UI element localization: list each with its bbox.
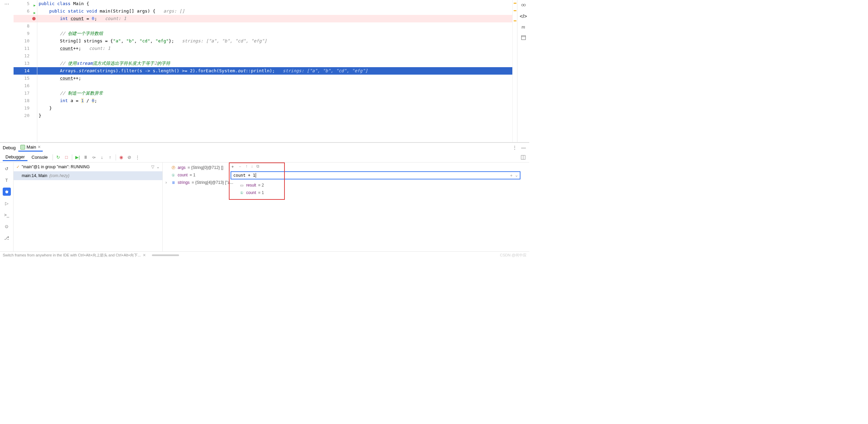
line-number: 15 xyxy=(24,76,29,81)
move-down-icon[interactable]: ↓ xyxy=(251,164,253,170)
minimize-icon[interactable]: — xyxy=(520,144,527,151)
line-number: 19 xyxy=(24,105,29,111)
array-icon: ≣ xyxy=(171,180,176,185)
line-number: 8 xyxy=(27,23,29,28)
remove-watch-icon[interactable]: － xyxy=(238,164,242,170)
watch-result-row[interactable]: ▭ result = 2 xyxy=(239,181,264,189)
thread-row[interactable]: ✓ "main"@1 in group "main": RUNNING ▽ ⌄ xyxy=(14,162,162,171)
frame-location: main:14, Main xyxy=(22,173,47,178)
more-icon[interactable]: ⋮ xyxy=(134,154,141,161)
watermark: CSDN @何中应 xyxy=(500,253,527,258)
code-editor[interactable]: public class Main { public static void m… xyxy=(37,0,512,142)
editor-left-toolbar: ⋯ xyxy=(0,0,14,142)
primitive-icon: ① xyxy=(239,190,244,195)
svg-rect-2 xyxy=(521,36,526,40)
move-up-icon[interactable]: ↑ xyxy=(245,164,248,170)
line-number: 12 xyxy=(24,53,29,58)
svg-point-6 xyxy=(5,191,8,193)
filter-icon[interactable]: ▽ xyxy=(151,165,154,169)
debug-title: Debug xyxy=(3,145,16,150)
stack-frame-row[interactable]: main:14, Main (com.hezy) xyxy=(14,171,162,180)
editor-area: ⋯ 5▶ 6▶ 8 9 10 11 12 13 14 15 16 17 18 1… xyxy=(0,0,529,142)
run-icon[interactable]: ▷ xyxy=(3,199,11,207)
m-icon[interactable]: m xyxy=(520,24,527,30)
status-bar: Switch frames from anywhere in the IDE w… xyxy=(0,251,529,259)
terminal-icon[interactable]: >_ xyxy=(3,211,11,219)
variable-row[interactable]: ›≣ strings = {String[4]@713} ["a... xyxy=(165,179,527,186)
debug-toolbar: Debugger Console ↻ □ ▶| ⏸ ⤼ ↓ ↑ ◉ ⊘ ⋮ xyxy=(0,152,529,162)
text-icon[interactable]: T xyxy=(3,176,11,184)
variables-panel: ⓟ args = {String[0]@712} [] ① count = 1 … xyxy=(163,162,529,251)
line-number: 13 xyxy=(24,61,29,66)
copy-icon[interactable]: ⧉ xyxy=(256,164,259,170)
svg-line-8 xyxy=(5,191,6,191)
stop-icon[interactable]: □ xyxy=(63,154,70,161)
layout-icon[interactable] xyxy=(520,35,527,41)
debug-icon[interactable] xyxy=(3,188,11,196)
step-into-icon[interactable]: ↓ xyxy=(99,154,105,161)
svg-point-1 xyxy=(524,4,526,6)
line-gutter[interactable]: 5▶ 6▶ 8 9 10 11 12 13 14 15 16 17 18 19 … xyxy=(14,0,37,142)
variable-row[interactable]: ⓟ args = {String[0]@712} [] xyxy=(165,164,527,171)
watch-results: ▭ result = 2 ① count = 1 xyxy=(239,181,264,196)
add-to-watches-icon[interactable]: ＋ xyxy=(509,173,513,178)
run-config-icon xyxy=(20,145,25,150)
thread-label: "main"@1 in group "main": RUNNING xyxy=(22,165,90,169)
console-tab[interactable]: Console xyxy=(29,154,51,160)
layout-settings-icon[interactable] xyxy=(520,154,527,161)
history-chevron-icon[interactable]: ⌄ xyxy=(515,173,518,178)
view-breakpoints-icon[interactable]: ◉ xyxy=(118,154,125,161)
add-watch-icon[interactable]: ＋ xyxy=(231,164,235,170)
watch-expression-input[interactable]: count + 1 ＋ ⌄ xyxy=(231,171,520,179)
pause-icon[interactable]: ⏸ xyxy=(82,154,89,161)
svg-line-9 xyxy=(8,191,8,191)
more-vert-icon[interactable]: ⋮ xyxy=(512,144,518,151)
line-number: 5 xyxy=(27,1,29,6)
step-over-icon[interactable]: ⤼ xyxy=(91,154,97,161)
frame-package: (com.hezy) xyxy=(49,173,69,178)
line-number: 9 xyxy=(27,31,29,36)
code-icon[interactable]: </> xyxy=(520,13,527,19)
debug-tool-window: Debug Main ✕ ⋮ — Debugger Console ↻ □ ▶|… xyxy=(0,142,529,259)
line-number: 18 xyxy=(24,98,29,103)
line-number: 16 xyxy=(24,83,29,88)
vcs-icon[interactable]: ⎇ xyxy=(3,234,11,242)
copilot-icon[interactable] xyxy=(520,2,527,8)
resume-icon[interactable]: ▶| xyxy=(74,154,81,161)
debug-session-tab[interactable]: Main ✕ xyxy=(18,143,42,152)
tab-label: Main xyxy=(26,144,36,150)
watch-toolbar: ＋ － ↑ ↓ ⧉ xyxy=(231,164,259,170)
result-icon: ▭ xyxy=(239,183,244,188)
step-out-icon[interactable]: ↑ xyxy=(107,154,114,161)
close-tip-icon[interactable]: ✕ xyxy=(143,253,146,257)
restart-icon[interactable]: ↺ xyxy=(3,165,11,173)
debugger-tab[interactable]: Debugger xyxy=(3,154,27,161)
chevron-down-icon[interactable]: ⌄ xyxy=(156,165,160,169)
editor-scrollbar[interactable] xyxy=(512,0,517,142)
check-icon: ✓ xyxy=(16,165,20,169)
more-icon[interactable]: ⋯ xyxy=(4,1,9,7)
svg-point-0 xyxy=(521,4,524,6)
line-number: 6 xyxy=(27,8,29,14)
tip-text: Switch frames from anywhere in the IDE w… xyxy=(3,253,141,258)
debug-header: Debug Main ✕ ⋮ — xyxy=(0,143,529,152)
line-number: 17 xyxy=(24,91,29,96)
rerun-icon[interactable]: ↻ xyxy=(55,154,62,161)
mute-breakpoints-icon[interactable]: ⊘ xyxy=(126,154,133,161)
line-number: 14 xyxy=(24,68,29,73)
frames-panel: ✓ "main"@1 in group "main": RUNNING ▽ ⌄ … xyxy=(14,162,163,251)
param-icon: ⓟ xyxy=(171,165,176,170)
close-tab-icon[interactable]: ✕ xyxy=(38,145,41,149)
left-tool-strip: ↺ T ▷ >_ ⊙ ⎇ xyxy=(0,162,14,251)
progress-scrub[interactable] xyxy=(152,254,179,256)
breakpoint-icon[interactable] xyxy=(32,17,36,20)
line-number: 11 xyxy=(24,46,29,51)
line-number: 10 xyxy=(24,38,29,43)
problems-icon[interactable]: ⊙ xyxy=(3,222,11,230)
right-tool-strip: </> m xyxy=(517,0,529,142)
watch-var-row[interactable]: ① count = 1 xyxy=(239,189,264,196)
expand-icon[interactable]: › xyxy=(165,180,169,185)
primitive-icon: ① xyxy=(171,173,176,177)
line-number: 20 xyxy=(24,113,29,118)
